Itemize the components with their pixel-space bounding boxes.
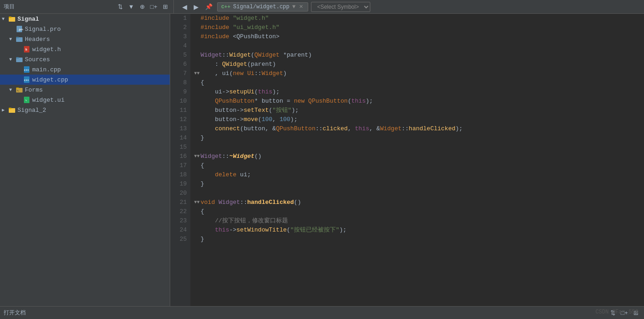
code-line-24: ▼ this->setWindowTitle("按钮已经被按下"); xyxy=(194,226,644,235)
delete-18: delete xyxy=(215,170,236,180)
chevron-signal xyxy=(2,17,8,22)
brace-14: } xyxy=(201,133,204,143)
ln-18: 18 xyxy=(174,170,187,180)
sort-icon[interactable]: ⇅ xyxy=(116,2,125,11)
brace-8: { xyxy=(201,78,204,87)
tree-item-widget-h[interactable]: h widget.h xyxy=(0,44,170,54)
chevron-sources xyxy=(9,57,16,62)
top-toolbar: 项目 ⇅ ▼ ⊕ □+ ⊞ ◀ ▶ 📌 C++ Signal/widget.cp… xyxy=(0,0,644,14)
link-icon[interactable]: ⊕ xyxy=(138,2,147,11)
indent-13 xyxy=(201,124,215,133)
layout-icon[interactable]: ⊞ xyxy=(161,2,170,11)
ln-14: 14 xyxy=(174,133,187,143)
project-toolbar-left: 项目 ⇅ ▼ ⊕ □+ ⊞ xyxy=(4,0,174,13)
pin-icon[interactable]: 📌 xyxy=(203,2,214,11)
ln-10: 10 xyxy=(174,97,187,106)
add-file-icon[interactable]: □+ xyxy=(149,2,159,11)
paren-11a: ( xyxy=(269,106,272,115)
svg-rect-10 xyxy=(16,57,19,58)
paren-6b: ) xyxy=(272,60,276,69)
setwindowtitle-24: setWindowTitle xyxy=(236,226,287,235)
angle-r: > xyxy=(276,32,280,41)
tree-item-forms[interactable]: ✎ Forms xyxy=(0,85,170,95)
paren-6a: ( xyxy=(247,60,251,69)
nav-back-button[interactable]: ◀ xyxy=(180,2,189,12)
nav-forward-button[interactable]: ▶ xyxy=(192,2,201,12)
ui-9: ui xyxy=(215,87,222,97)
file-tab[interactable]: C++ Signal/widget.cpp ▼ ✕ xyxy=(217,2,308,12)
str-1: "widget.h" xyxy=(233,14,269,23)
widget-13: Widget xyxy=(380,124,402,133)
signal-pro-label: Signal.pro xyxy=(25,26,61,33)
code-line-25: ▼ } xyxy=(194,235,644,244)
tree-item-signal-pro[interactable]: .pro Signal.pro xyxy=(0,24,170,34)
code-line-21: ▼ void Widget::handleClicked() xyxy=(194,198,644,207)
code-line-3: ▼ #include <QPushButton> xyxy=(194,32,644,41)
fold-7[interactable]: ▼ xyxy=(194,69,201,78)
paren-12a: ( xyxy=(258,115,262,124)
paren-10a: ( xyxy=(348,97,351,106)
symbol-select[interactable]: <Select Symbol> xyxy=(311,2,370,12)
code-line-12: ▼ button->move(100, 100); xyxy=(194,115,644,124)
tab-dropdown-icon[interactable]: ▼ xyxy=(292,4,295,10)
tree-item-widget-ui[interactable]: ✎ widget.ui xyxy=(0,95,170,105)
tree-item-headers[interactable]: Headers xyxy=(0,34,170,44)
widget-cpp-label: widget.cpp xyxy=(32,76,68,83)
main-area: Signal .pro Signal.pro Headers h widget.… xyxy=(0,14,644,306)
forms-folder-icon: ✎ xyxy=(16,86,23,93)
editor-toolbar-right: ◀ ▶ 📌 C++ Signal/widget.cpp ▼ ✕ <Select … xyxy=(177,0,640,13)
code-line-2: ▼ #include "ui_widget.h" xyxy=(194,23,644,32)
code-line-5: ▼ Widget::Widget(QWidget *parent) xyxy=(194,51,644,60)
cpp-widget-icon: c++ xyxy=(23,76,30,83)
sidebar: Signal .pro Signal.pro Headers h widget.… xyxy=(0,14,170,306)
ln-5: 5 xyxy=(174,51,187,60)
amp-13b: & xyxy=(376,124,380,133)
code-line-16: ▼ Widget::~Widget() xyxy=(194,152,644,161)
ui-18: ui; xyxy=(236,170,251,180)
tree-item-signal[interactable]: Signal xyxy=(0,14,170,24)
code-line-13: ▼ connect(button, &QPushButton::clicked,… xyxy=(194,124,644,133)
pro-file-icon: .pro xyxy=(16,25,23,33)
close-tab-button[interactable]: ✕ xyxy=(298,4,304,10)
main-cpp-label: main.cpp xyxy=(32,66,61,73)
widget-h-label: widget.h xyxy=(32,46,61,53)
code-editor[interactable]: 1 2 3 4 5 6 7 8 9 10 11 12 13 14 15 16 1… xyxy=(170,14,644,306)
fold-16[interactable]: ▼ xyxy=(194,152,201,161)
dcolon-21: :: xyxy=(240,198,247,207)
code-line-14: ▼ } xyxy=(194,133,644,143)
tree-item-widget-cpp[interactable]: c++ widget.cpp xyxy=(0,75,170,85)
svg-rect-16 xyxy=(16,87,19,89)
code-line-18: ▼ delete ui; xyxy=(194,170,644,180)
code-line-6: ▼ : QWidget(parent) xyxy=(194,60,644,69)
indent-18 xyxy=(201,170,215,180)
code-line-20: ▼ xyxy=(194,189,644,198)
tree-item-main-cpp[interactable]: c++ main.cpp xyxy=(0,64,170,75)
paren-9b: ); xyxy=(272,87,280,97)
this-24: this xyxy=(215,226,229,235)
paren-13a: ( xyxy=(240,124,244,133)
paren-24a: ( xyxy=(287,226,290,235)
headers-folder-icon xyxy=(16,35,23,43)
file-tab-name: Signal/widget.cpp xyxy=(233,4,289,10)
signal2-label: Signal_2 xyxy=(17,107,46,114)
code-line-7: ▼ , ui(new Ui::Widget) xyxy=(194,69,644,78)
str-2: "ui_widget.h" xyxy=(233,23,279,32)
watermark: CSDN @Fan_558 xyxy=(595,309,638,315)
fold-21[interactable]: ▼ xyxy=(194,198,201,207)
comma-13b: , xyxy=(369,124,377,133)
chevron-headers xyxy=(9,37,16,42)
ln-21: 21 xyxy=(174,198,187,207)
button-11: button xyxy=(215,106,236,115)
svg-text:.pro: .pro xyxy=(17,28,23,31)
tree-item-sources[interactable]: Sources xyxy=(0,54,170,64)
filter-icon[interactable]: ▼ xyxy=(126,2,136,11)
this-13: this xyxy=(355,124,369,133)
brace-22: { xyxy=(201,207,204,216)
move-12: move xyxy=(244,115,258,124)
dcolon-16: :: xyxy=(222,152,230,161)
signal2-folder-icon xyxy=(8,106,16,114)
ui-file-icon: ✎ xyxy=(23,96,30,104)
ln-22: 22 xyxy=(174,207,187,216)
tree-item-signal2[interactable]: Signal_2 xyxy=(0,105,170,115)
brace-17: { xyxy=(201,161,204,170)
